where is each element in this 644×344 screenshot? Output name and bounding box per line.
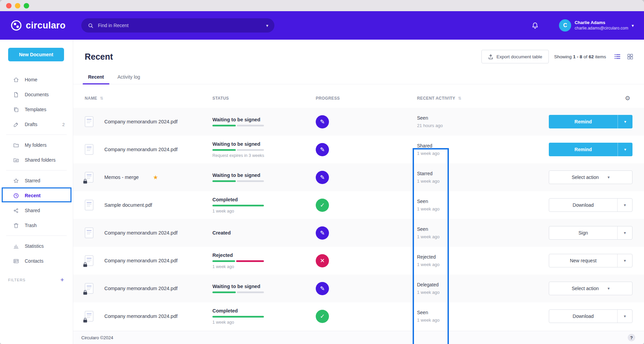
column-header-status: STATUS [212, 96, 316, 101]
minimize-button[interactable] [15, 3, 20, 8]
search-input[interactable] [98, 23, 262, 28]
drafts-count-badge: 2 [62, 122, 65, 127]
app-header: circularo ▾ C Charlie Adams charlie.adam… [0, 11, 644, 40]
activity-time: 1 week ago [417, 234, 502, 239]
grid-view-icon[interactable] [626, 53, 634, 60]
search-bar[interactable]: ▾ [81, 18, 274, 33]
sidebar-item-home[interactable]: Home [0, 72, 73, 87]
check-badge-icon: ✓ [316, 310, 329, 323]
table-row[interactable]: Company memorandum 2024.pdf Created ✎ Se… [73, 219, 644, 247]
notifications-bell-icon[interactable] [531, 21, 539, 30]
activity-time: 1 week ago [417, 318, 502, 323]
download-button[interactable]: Download [549, 199, 617, 211]
lock-icon [83, 179, 87, 184]
progress-bar [212, 291, 264, 293]
help-icon[interactable]: ? [628, 334, 635, 341]
table-row[interactable]: Memos - merge ★ Waiting to be signed ✎ S… [73, 163, 644, 191]
progress-bar [212, 149, 264, 151]
table-row[interactable]: Company memorandum 2024.pdf Waiting to b… [73, 136, 644, 163]
search-scope-caret-icon[interactable]: ▾ [266, 23, 268, 28]
sidebar-item-recent[interactable]: Recent [0, 188, 73, 203]
progress-bar [212, 316, 264, 318]
remind-button[interactable]: Remind [549, 143, 618, 156]
sidebar-item-contacts[interactable]: Contacts [0, 254, 73, 268]
action-dropdown-toggle[interactable]: ▾ [617, 199, 632, 211]
column-header-name: NAME⇅ [85, 96, 212, 101]
sidebar-item-my-folders[interactable]: My folders [0, 138, 73, 153]
signature-badge-icon: ✎ [316, 115, 329, 128]
zoom-button[interactable] [24, 3, 29, 8]
column-header-progress: PROGRESS [316, 96, 417, 101]
document-icon [85, 283, 94, 294]
filters-label: FILTERS [8, 278, 25, 282]
table-row[interactable]: Company memorandum 2024.pdf Waiting to b… [73, 108, 644, 136]
activity-label: Rejected [417, 254, 502, 260]
new-document-button[interactable]: New Document [8, 48, 64, 61]
sidebar-item-statistics[interactable]: Statistics [0, 239, 73, 254]
activity-label: Seen [417, 199, 502, 204]
remind-button-group: Remind ▾ [549, 143, 632, 156]
document-name: Company memorandum 2024.pdf [104, 286, 178, 291]
table-row[interactable]: Company memorandum 2024.pdf Rejected 1 w… [73, 247, 644, 275]
new-request-button[interactable]: New request [549, 254, 617, 267]
status-label: Waiting to be signed [212, 141, 316, 147]
status-label: Waiting to be signed [212, 117, 316, 122]
tab-activity-log[interactable]: Activity log [111, 69, 147, 84]
add-filter-icon[interactable]: + [60, 277, 64, 283]
download-button[interactable]: Download [549, 310, 617, 323]
user-menu-caret-icon[interactable]: ▾ [631, 23, 634, 28]
table-settings-gear-icon[interactable]: ⚙ [625, 95, 630, 102]
document-name: Company memorandum 2024.pdf [104, 230, 178, 236]
action-dropdown-toggle[interactable]: ▾ [617, 254, 632, 267]
export-document-table-button[interactable]: Export document table [481, 50, 549, 63]
sidebar-item-trash[interactable]: Trash [0, 218, 73, 233]
document-name: Company memorandum 2024.pdf [104, 147, 178, 152]
document-icon [85, 255, 94, 266]
action-dropdown-toggle[interactable]: ▾ [617, 226, 632, 239]
sidebar-item-templates[interactable]: Templates [0, 102, 73, 117]
sign-button[interactable]: Sign [549, 226, 617, 239]
action-dropdown-toggle[interactable]: ▾ [618, 143, 632, 156]
drafts-pencil-icon [13, 121, 19, 128]
status-note: Request expires in 3 weeks [212, 153, 316, 158]
sort-icon[interactable]: ⇅ [100, 96, 103, 101]
copyright-text: Circularo ©2024 [81, 335, 113, 340]
sidebar-item-drafts[interactable]: Drafts 2 [0, 117, 73, 132]
sidebar-item-starred[interactable]: Starred [0, 173, 73, 188]
divider [6, 170, 67, 170]
export-icon [488, 54, 494, 60]
table-row[interactable]: Company memorandum 2024.pdf Completed 1 … [73, 302, 644, 330]
check-badge-icon: ✓ [316, 199, 329, 212]
brand-logo[interactable]: circularo [10, 19, 74, 32]
table-row[interactable]: Sample document.pdf Completed 1 week ago… [73, 191, 644, 219]
select-action-button[interactable]: Select action▾ [549, 170, 632, 184]
select-action-button[interactable]: Select action▾ [549, 282, 632, 295]
contacts-card-icon [13, 258, 19, 264]
remind-button[interactable]: Remind [549, 115, 618, 128]
list-view-icon[interactable] [614, 53, 621, 60]
sidebar-item-shared-folders[interactable]: Shared folders [0, 153, 73, 167]
action-dropdown-toggle[interactable]: ▾ [617, 310, 632, 323]
page-title: Recent [85, 52, 113, 62]
sidebar-item-documents[interactable]: Documents [0, 87, 73, 102]
activity-label: Seen [417, 115, 502, 121]
action-dropdown-toggle[interactable]: ▾ [618, 115, 632, 128]
document-table: Company memorandum 2024.pdf Waiting to b… [73, 108, 644, 330]
user-menu[interactable]: Charlie Adams charlie.adams@circularo.co… [575, 20, 628, 31]
progress-bar [212, 260, 264, 262]
document-icon [85, 200, 94, 210]
new-request-button-group: New request ▾ [549, 254, 632, 267]
activity-time: 1 week ago [417, 179, 502, 184]
avatar[interactable]: C [559, 19, 571, 32]
signature-badge-icon: ✎ [316, 282, 329, 295]
table-row[interactable]: Company memorandum 2024.pdf Waiting to b… [73, 275, 644, 302]
sidebar-item-shared[interactable]: Shared [0, 203, 73, 218]
circularo-logo-icon [10, 19, 22, 32]
trash-icon [13, 222, 19, 229]
activity-label: Seen [417, 310, 502, 315]
sort-icon[interactable]: ⇅ [458, 96, 461, 101]
status-note: 1 week ago [212, 209, 316, 214]
status-label: Rejected [212, 252, 316, 258]
tab-recent[interactable]: Recent [81, 69, 111, 84]
close-button[interactable] [6, 3, 12, 8]
